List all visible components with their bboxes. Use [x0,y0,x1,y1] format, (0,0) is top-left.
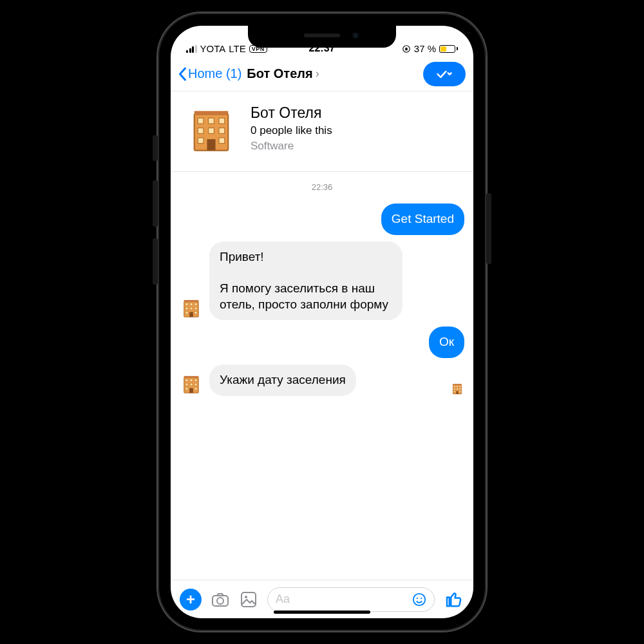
thumbs-up-icon [444,589,463,609]
read-receipt-avatar [450,382,464,396]
message-bubble-in[interactable]: Укажи дату заселения [209,365,356,396]
signal-icon [186,45,197,53]
chevron-right-icon: › [316,67,319,80]
image-icon [240,591,257,608]
chat-title: Бот Отеля [247,66,312,81]
phone-frame: YOTA LTE VPN 22:37 37 % [158,13,486,631]
notch [248,26,396,48]
message-bubble-out[interactable]: Get Started [381,204,464,235]
profile-likes: 0 people like this [251,124,332,137]
like-button[interactable] [444,589,464,610]
hotel-icon [189,108,234,153]
power-button [486,193,491,264]
chat-scroll[interactable]: 22:36 Get Started Привет! Я помогу засел… [171,172,473,580]
gallery-button[interactable] [239,590,258,609]
svg-point-19 [421,598,422,599]
svg-point-17 [413,593,425,605]
hotel-icon [182,375,201,394]
camera-icon [211,592,229,607]
message-placeholder: Aa [276,592,412,606]
chat-timestamp: 22:36 [180,182,464,192]
svg-rect-12 [405,49,408,50]
back-button[interactable]: Home (1) [178,66,242,81]
carrier-label: YOTA [200,43,226,54]
message-row: Get Started [180,204,464,235]
svg-point-18 [417,598,418,599]
chat-title-button[interactable]: Бот Отеля › [247,66,319,81]
mute-switch [153,135,158,161]
back-label: Home (1) [188,66,242,81]
chevron-left-icon [178,67,187,81]
message-row: Укажи дату заселения [180,365,464,396]
home-indicator[interactable] [274,611,370,614]
profile-name: Бот Отеля [251,104,332,122]
rotation-lock-icon [402,44,411,53]
confirm-button[interactable] [423,62,466,86]
sender-avatar[interactable] [180,297,203,320]
sender-avatar[interactable] [180,373,203,396]
volume-down-button [153,238,158,285]
nav-header: Home (1) Бот Отеля › [171,57,473,91]
svg-rect-15 [242,592,256,607]
profile-category: Software [251,140,332,153]
emoji-icon[interactable] [412,592,426,607]
camera-button[interactable] [211,590,230,609]
battery-icon [439,45,458,53]
volume-up-button [153,180,158,227]
plus-icon: + [186,592,195,607]
add-button[interactable]: + [180,589,202,611]
message-bubble-out[interactable]: Ок [429,327,464,358]
battery-percentage: 37 % [414,43,436,54]
screen: YOTA LTE VPN 22:37 37 % [171,26,473,618]
hotel-icon [182,299,201,318]
svg-point-16 [245,596,247,598]
message-input[interactable]: Aa [267,587,435,612]
network-label: LTE [229,43,245,54]
message-row: Ок [180,327,464,358]
message-bubble-in[interactable]: Привет! Я помогу заселиться в наш отель,… [209,242,402,321]
hotel-icon [451,383,463,395]
svg-point-14 [217,598,223,604]
profile-header[interactable]: Бот Отеля 0 people like this Software [171,91,473,172]
avatar [184,103,239,158]
check-caret-icon [436,66,453,82]
message-row: Привет! Я помогу заселиться в наш отель,… [180,242,464,321]
